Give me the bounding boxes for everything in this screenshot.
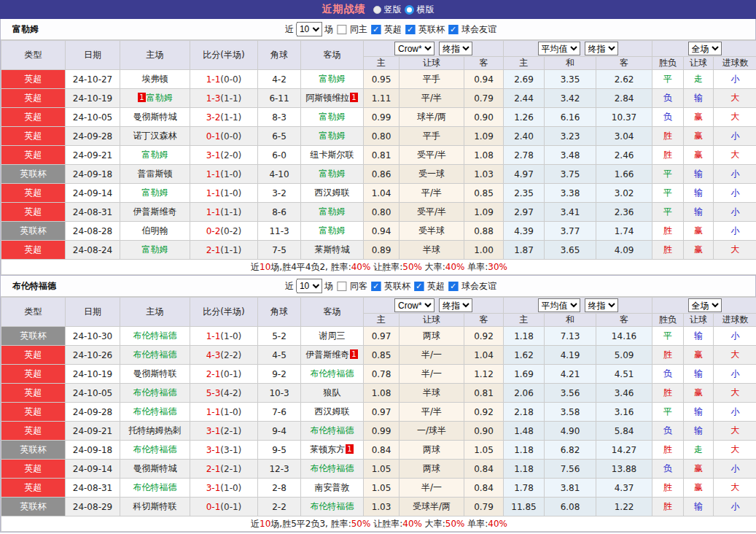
away-team[interactable]: 纽卡斯尔联 (301, 146, 364, 165)
home-team[interactable]: 诺丁汉森林 (120, 127, 190, 146)
match-score[interactable]: 2-1(2-1) (190, 460, 258, 479)
match-score[interactable]: 0-2(0-2) (190, 222, 258, 241)
handicap-odds-away: 1.09 (464, 203, 504, 222)
odds-source-select[interactable]: Crow* (394, 42, 434, 55)
goals-outcome: 小 (714, 222, 756, 241)
horizontal-layout-label[interactable]: 横版 (417, 4, 434, 16)
home-team[interactable]: 普雷斯顿 (120, 165, 190, 184)
avg-final-select[interactable]: 终指 (585, 42, 618, 55)
home-team[interactable]: 富勒姆 (120, 146, 190, 165)
away-team[interactable]: 阿斯顿维拉1 (301, 89, 364, 108)
same-side-checkbox[interactable] (337, 25, 346, 34)
recent-results-page: 近期战绩 竖版 横版 富勒姆 近 10 场 同主 英超 英联杯 球会友谊 (0, 0, 756, 533)
away-team[interactable]: 富勒姆 (301, 222, 364, 241)
home-team[interactable]: 曼彻斯特联 (120, 365, 190, 384)
home-team[interactable]: 布伦特福德 (120, 327, 190, 346)
table-row: 英超 24-09-14 富勒姆 1-1(1-0) 3-2 西汉姆联 1.04 平… (1, 184, 756, 203)
away-team[interactable]: 富勒姆 (301, 165, 364, 184)
filter-checkbox-1[interactable] (371, 282, 381, 291)
home-team[interactable]: 科切斯特联 (120, 498, 190, 516)
match-date: 24-09-18 (66, 165, 120, 184)
away-team[interactable]: 富勒姆 (301, 127, 364, 146)
away-team[interactable]: 富勒姆 (301, 108, 364, 127)
match-score[interactable]: 2-1(1-1) (190, 241, 258, 260)
filter-checkbox-3[interactable] (448, 282, 458, 291)
horizontal-layout-radio[interactable] (405, 5, 414, 15)
home-team[interactable]: 曼彻斯特城 (120, 460, 190, 479)
home-team[interactable]: 布伦特福德 (120, 384, 190, 403)
scope-select[interactable]: 全场 (688, 298, 722, 312)
avg-source-select[interactable]: 平均值 (538, 298, 580, 312)
match-score[interactable]: 1-1(1-1) (190, 203, 258, 222)
match-count-select[interactable]: 10 (296, 279, 322, 293)
match-score[interactable]: 2-1(0-1) (190, 365, 258, 384)
odds-source-select[interactable]: Crow* (394, 298, 434, 312)
match-count-select[interactable]: 10 (296, 22, 322, 36)
goals-outcome: 大 (714, 108, 756, 127)
away-team[interactable]: 富勒姆 (301, 203, 364, 222)
vertical-layout-label[interactable]: 竖版 (384, 4, 402, 16)
match-score[interactable]: 4-3(2-2) (190, 346, 258, 365)
home-team[interactable]: 布伦特福德 (120, 403, 190, 422)
home-team[interactable]: 布伦特福德 (120, 346, 190, 365)
home-team[interactable]: 布伦特福德 (120, 479, 190, 498)
away-team[interactable]: 莱顿东方1 (301, 441, 364, 460)
away-team[interactable]: 伊普斯维奇1 (301, 346, 364, 365)
match-score[interactable]: 3-1(1-0) (190, 479, 258, 498)
filter-checkbox-1[interactable] (371, 25, 381, 34)
match-score[interactable]: 0-1(0-1) (190, 498, 258, 516)
league-type-badge: 英超 (1, 422, 66, 441)
near-label: 近 (285, 23, 294, 36)
match-date: 24-10-19 (66, 365, 120, 384)
scope-select[interactable]: 全场 (688, 42, 722, 55)
away-team[interactable]: 布伦特福德 (301, 422, 364, 441)
home-team[interactable]: 伊普斯维奇 (120, 203, 190, 222)
home-team[interactable]: 曼彻斯特城 (120, 108, 190, 127)
match-score[interactable]: 1-1(1-0) (190, 165, 258, 184)
home-team[interactable]: 富勒姆 (120, 184, 190, 203)
odds-final-select[interactable]: 终指 (439, 42, 472, 55)
avg-away-odds: 3.46 (596, 384, 652, 403)
away-team[interactable]: 西汉姆联 (301, 184, 364, 203)
match-score[interactable]: 1-1(1-0) (190, 184, 258, 203)
home-team[interactable]: 1富勒姆 (120, 89, 190, 108)
vertical-layout-radio[interactable] (373, 6, 381, 14)
team-name[interactable]: 富勒姆 (12, 23, 39, 36)
home-team[interactable]: 伯明翰 (120, 222, 190, 241)
home-team[interactable]: 布伦特福德 (120, 441, 190, 460)
match-score[interactable]: 1-1(1-0) (190, 327, 258, 346)
filter-checkbox-2[interactable] (414, 282, 424, 291)
match-score[interactable]: 5-3(4-2) (190, 384, 258, 403)
away-team[interactable]: 布伦特福德 (301, 498, 364, 516)
away-team[interactable]: 莱斯特城 (301, 241, 364, 260)
away-team[interactable]: 布伦特福德 (301, 365, 364, 384)
avg-source-select[interactable]: 平均值 (538, 42, 580, 55)
away-team[interactable]: 谢周三 (301, 327, 364, 346)
match-score[interactable]: 1-1(0-0) (190, 70, 258, 89)
filter-checkbox-2[interactable] (405, 25, 415, 34)
home-team[interactable]: 埃弗顿 (120, 70, 190, 89)
home-team[interactable]: 富勒姆 (120, 241, 190, 260)
handicap-line: 半球 (400, 241, 464, 260)
col-header-avg-draw: 和 (545, 314, 596, 327)
away-team[interactable]: 富勒姆 (301, 70, 364, 89)
away-team[interactable]: 西汉姆联 (301, 403, 364, 422)
match-score[interactable]: 3-1(2-1) (190, 422, 258, 441)
odds-final-select[interactable]: 终指 (439, 298, 472, 312)
away-team[interactable]: 狼队 (301, 384, 364, 403)
match-score[interactable]: 0-1(0-0) (190, 127, 258, 146)
away-team[interactable]: 南安普敦 (301, 479, 364, 498)
avg-draw-odds: 6.82 (545, 441, 596, 460)
away-team[interactable]: 布伦特福德 (301, 460, 364, 479)
match-score[interactable]: 3-1(2-0) (190, 146, 258, 165)
filter-checkbox-3[interactable] (448, 25, 458, 34)
match-score[interactable]: 1-3(1-1) (190, 89, 258, 108)
same-side-checkbox[interactable] (337, 282, 346, 291)
match-score[interactable]: 3-1(3-1) (190, 441, 258, 460)
corner-count: 9-2 (258, 365, 301, 384)
team-name[interactable]: 布伦特福德 (12, 280, 56, 293)
home-team[interactable]: 托特纳姆热刺 (120, 422, 190, 441)
match-score[interactable]: 1-1(1-0) (190, 403, 258, 422)
avg-final-select[interactable]: 终指 (585, 298, 618, 312)
match-score[interactable]: 3-2(1-1) (190, 108, 258, 127)
